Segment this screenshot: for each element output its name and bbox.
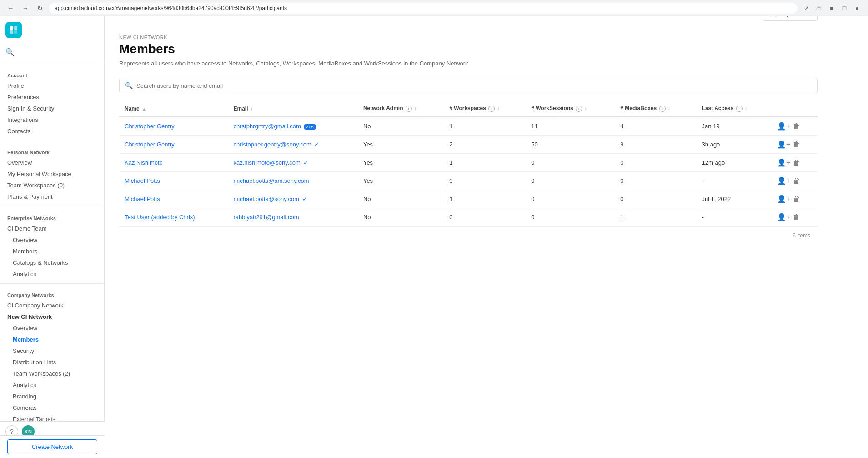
remove-member-icon-2[interactable]: 🗑 bbox=[793, 159, 800, 167]
sidebar-item-new-ci-members[interactable]: Members bbox=[0, 334, 104, 345]
sidebar-item-ci-demo-analytics[interactable]: Analytics bbox=[0, 268, 104, 280]
network-admin-sort-icon[interactable]: ↕ bbox=[414, 106, 416, 111]
member-email-link-3[interactable]: michael.potts@am.sony.com bbox=[234, 177, 309, 184]
sidebar-item-new-ci-overview[interactable]: Overview bbox=[0, 322, 104, 334]
cell-last-access-4: Jul 1, 2022 bbox=[697, 190, 772, 208]
last-access-sort-icon[interactable]: ↕ bbox=[745, 106, 747, 111]
member-name-link-0[interactable]: Christopher Gentry bbox=[125, 123, 175, 130]
member-name-link-5[interactable]: Test User (added by Chris) bbox=[125, 214, 195, 221]
create-network-button[interactable]: Create Network bbox=[7, 439, 97, 454]
workspaces-info-icon[interactable]: i bbox=[488, 106, 495, 112]
bookmark-button[interactable]: ☆ bbox=[813, 3, 824, 14]
worksessions-sort-icon[interactable]: ↕ bbox=[584, 106, 587, 111]
workspaces-sort-icon[interactable]: ↕ bbox=[497, 106, 500, 111]
page-title: Members bbox=[119, 42, 818, 56]
mediaboxes-sort-icon[interactable]: ↕ bbox=[668, 106, 670, 111]
search-icon[interactable]: 🔍 bbox=[5, 48, 15, 56]
cell-name-0: Christopher Gentry bbox=[119, 117, 228, 136]
mediaboxes-info-icon[interactable]: i bbox=[659, 106, 666, 112]
sidebar-item-integrations[interactable]: Integrations bbox=[0, 114, 104, 126]
member-email-link-2[interactable]: kaz.nishimoto@sony.com bbox=[234, 159, 301, 166]
sidebar-item-new-ci-cameras[interactable]: Cameras bbox=[0, 402, 104, 413]
personal-network-section: Personal Network Overview My Personal Wo… bbox=[0, 144, 104, 202]
svg-rect-1 bbox=[14, 26, 17, 30]
member-name-link-3[interactable]: Michael Potts bbox=[125, 177, 160, 184]
share-button[interactable]: ↗ bbox=[801, 3, 812, 14]
sidebar-item-profile[interactable]: Profile bbox=[0, 80, 104, 91]
member-email-link-4[interactable]: michael.potts@sony.com bbox=[234, 196, 299, 202]
remove-member-icon-1[interactable]: 🗑 bbox=[793, 141, 800, 149]
cell-last-access-5: - bbox=[697, 208, 772, 226]
remove-member-icon-0[interactable]: 🗑 bbox=[793, 122, 800, 131]
manage-member-icon-1[interactable]: 👤+ bbox=[777, 140, 790, 149]
email-sort-icon[interactable]: ↕ bbox=[251, 106, 253, 111]
cell-last-access-3: - bbox=[697, 172, 772, 190]
search-input[interactable] bbox=[136, 82, 812, 89]
col-workspaces[interactable]: # Workspaces i ↕ bbox=[444, 101, 526, 117]
table-row: Test User (added by Chris) rabbiyah291@g… bbox=[119, 208, 818, 226]
last-access-info-icon[interactable]: i bbox=[736, 106, 743, 112]
sidebar-item-new-ci-team-workspaces[interactable]: Team Workspaces (2) bbox=[0, 368, 104, 379]
col-network-admin[interactable]: Network Admin i ↕ bbox=[358, 101, 444, 117]
col-email[interactable]: Email ↕ bbox=[228, 101, 358, 117]
sidebar-item-ci-demo-catalogs[interactable]: Catalogs & Networks bbox=[0, 257, 104, 268]
member-name-link-1[interactable]: Christopher Gentry bbox=[125, 141, 175, 148]
col-name[interactable]: Name ▲ bbox=[119, 101, 228, 117]
remove-member-icon-4[interactable]: 🗑 bbox=[793, 195, 800, 203]
col-worksessions[interactable]: # WorkSessions i ↕ bbox=[526, 101, 615, 117]
manage-member-icon-5[interactable]: 👤+ bbox=[777, 213, 790, 221]
sidebar-item-new-ci-security[interactable]: Security bbox=[0, 345, 104, 357]
forward-button[interactable]: → bbox=[20, 3, 31, 14]
cell-email-4: michael.potts@sony.com ✓ bbox=[228, 190, 358, 208]
export-csv-button[interactable]: 📄 Export CSV bbox=[763, 16, 818, 21]
manage-member-icon-4[interactable]: 👤+ bbox=[777, 195, 790, 203]
sidebar-item-personal-overview[interactable]: Overview bbox=[0, 157, 104, 168]
remove-member-icon-3[interactable]: 🗑 bbox=[793, 177, 800, 185]
cell-name-5: Test User (added by Chris) bbox=[119, 208, 228, 226]
sidebar-item-contacts[interactable]: Contacts bbox=[0, 126, 104, 137]
col-mediaboxes[interactable]: # MediaBoxes i ↕ bbox=[615, 101, 696, 117]
sidebar-item-ci-demo-overview[interactable]: Overview bbox=[0, 234, 104, 246]
manage-member-icon-3[interactable]: 👤+ bbox=[777, 176, 790, 185]
sidebar-item-new-ci-analytics[interactable]: Analytics bbox=[0, 379, 104, 391]
sidebar-item-sign-in-security[interactable]: Sign In & Security bbox=[0, 103, 104, 114]
col-last-access[interactable]: Last Access i ↕ bbox=[697, 101, 772, 117]
cell-network-admin-1: Yes bbox=[358, 136, 444, 154]
sidebar-item-team-workspaces[interactable]: Team Workspaces (0) bbox=[0, 180, 104, 191]
sidebar: 🔍 Account Profile Preferences Sign In & … bbox=[0, 16, 105, 458]
manage-member-icon-0[interactable]: 👤+ bbox=[777, 122, 790, 131]
member-name-link-2[interactable]: Kaz Nishimoto bbox=[125, 159, 163, 166]
refresh-button[interactable]: ↻ bbox=[35, 3, 45, 14]
back-button[interactable]: ← bbox=[5, 3, 16, 14]
app-logo[interactable] bbox=[5, 22, 22, 38]
worksessions-info-icon[interactable]: i bbox=[576, 106, 582, 112]
sidebar-item-new-ci-distribution-lists[interactable]: Distribution Lists bbox=[0, 357, 104, 368]
extensions-button[interactable]: ■ bbox=[826, 3, 837, 14]
company-networks-section: Company Networks CI Company Network New … bbox=[0, 287, 104, 425]
sidebar-item-ci-company-network[interactable]: CI Company Network bbox=[0, 300, 104, 311]
member-email-link-1[interactable]: christopher.gentry@sony.com bbox=[234, 141, 311, 148]
remove-member-icon-5[interactable]: 🗑 bbox=[793, 213, 800, 221]
url-bar[interactable] bbox=[49, 3, 797, 14]
member-email-link-0[interactable]: chrstphrgntry@gmail.com bbox=[234, 123, 301, 130]
tab-button[interactable]: □ bbox=[839, 3, 850, 14]
network-admin-info-icon[interactable]: i bbox=[406, 106, 412, 112]
sidebar-item-plans-payment[interactable]: Plans & Payment bbox=[0, 191, 104, 202]
sidebar-item-ci-demo-members[interactable]: Members bbox=[0, 246, 104, 257]
sidebar-item-ci-demo-team[interactable]: CI Demo Team bbox=[0, 223, 104, 234]
account-section: Account Profile Preferences Sign In & Se… bbox=[0, 67, 104, 137]
verified-icon: ✓ bbox=[314, 141, 319, 148]
cell-email-1: christopher.gentry@sony.com ✓ bbox=[228, 136, 358, 154]
account-button[interactable]: ● bbox=[852, 3, 863, 14]
sidebar-item-new-ci-branding[interactable]: Branding bbox=[0, 391, 104, 402]
sidebar-item-my-personal-workspace[interactable]: My Personal Workspace bbox=[0, 168, 104, 180]
manage-member-icon-2[interactable]: 👤+ bbox=[777, 158, 790, 167]
cell-network-admin-2: Yes bbox=[358, 154, 444, 172]
sidebar-item-new-ci-network[interactable]: New CI Network bbox=[0, 311, 104, 322]
cell-network-admin-0: No bbox=[358, 117, 444, 136]
cell-actions-3: 👤+ 🗑 bbox=[772, 172, 818, 190]
name-sort-icon[interactable]: ▲ bbox=[142, 106, 146, 111]
member-email-link-5[interactable]: rabbiyah291@gmail.com bbox=[234, 214, 299, 221]
sidebar-item-preferences[interactable]: Preferences bbox=[0, 91, 104, 103]
member-name-link-4[interactable]: Michael Potts bbox=[125, 196, 160, 202]
